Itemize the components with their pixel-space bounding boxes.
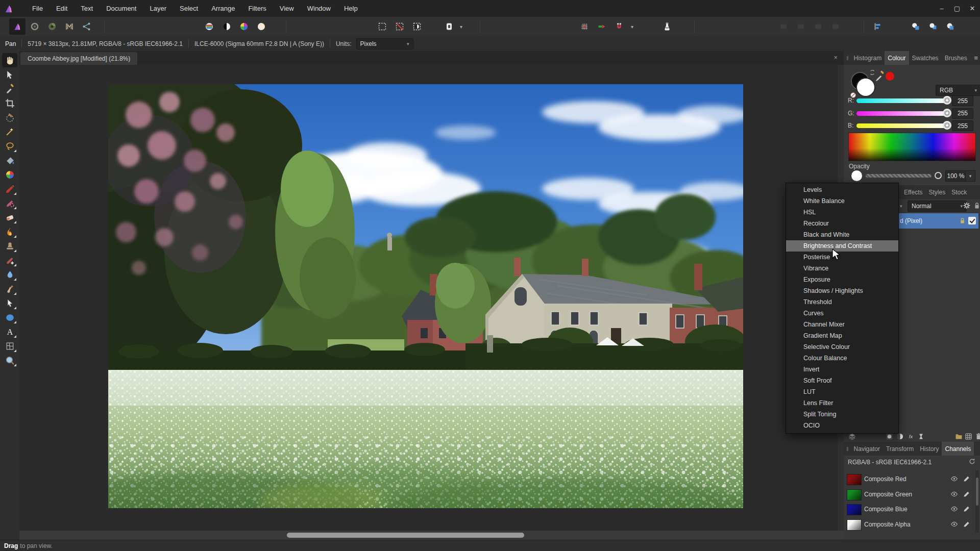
eye-icon[interactable] — [950, 520, 959, 529]
tool-pan[interactable] — [2, 53, 17, 67]
colour-picker-icon[interactable] — [874, 70, 886, 82]
eye-icon[interactable] — [950, 505, 959, 513]
menu-arrange[interactable]: Arrange — [205, 0, 241, 17]
snapping-dropdown-arrow[interactable]: ▾ — [631, 24, 633, 30]
arrange-c-button[interactable] — [942, 18, 959, 35]
document-tab[interactable]: Coombe Abbey.jpg [Modified] (21.8%) — [20, 52, 137, 65]
auto-colour-button[interactable] — [236, 18, 252, 35]
slider-knob[interactable] — [943, 121, 951, 130]
pencil-icon[interactable] — [962, 490, 971, 498]
menu-window[interactable]: Window — [301, 0, 337, 17]
menu-item-threshold[interactable]: Threshold — [786, 296, 898, 308]
opacity-slider-knob[interactable] — [935, 172, 942, 179]
menu-layer[interactable]: Layer — [143, 0, 173, 17]
tab-colour[interactable]: Colour — [885, 51, 909, 65]
slider-value[interactable]: 255 — [952, 108, 973, 119]
menu-item-ocio[interactable]: OCIO — [786, 420, 898, 431]
slider-value[interactable]: 255 — [952, 95, 973, 106]
tab-histogram[interactable]: Histogram — [851, 51, 885, 65]
align-button[interactable] — [870, 18, 886, 35]
tool-smudge[interactable] — [2, 282, 17, 296]
menu-item-exposure[interactable]: Exposure — [786, 274, 898, 285]
tool-move[interactable] — [2, 67, 17, 82]
tool-gradient[interactable] — [2, 167, 17, 182]
opacity-slider[interactable] — [866, 174, 932, 178]
channel-row-composite-blue[interactable]: Composite Blue — [844, 502, 976, 517]
slider-value[interactable]: 255 — [952, 120, 973, 131]
auto-levels-button[interactable] — [201, 18, 217, 35]
stock-pattern-button[interactable] — [964, 432, 973, 441]
arrange-b-button[interactable] — [925, 18, 941, 35]
tool-erase-brush[interactable] — [2, 210, 17, 224]
menu-edit[interactable]: Edit — [50, 0, 74, 17]
tab-channels[interactable]: Channels — [942, 442, 974, 456]
tool-flood-select[interactable] — [2, 124, 17, 139]
assistant-button[interactable] — [659, 18, 675, 35]
tool-blur[interactable] — [2, 267, 17, 282]
menu-item-shadows-highlights[interactable]: Shadows / Highlights — [786, 285, 898, 296]
blend-mode-select[interactable]: Normal ▾ — [908, 201, 967, 212]
opacity-value[interactable]: 100 % — [945, 170, 966, 182]
units-select[interactable]: Pixels ▾ — [356, 38, 413, 49]
tool-node[interactable] — [2, 296, 17, 310]
menu-filters[interactable]: Filters — [241, 0, 273, 17]
pixel-align-button[interactable] — [594, 18, 610, 35]
slider-knob[interactable] — [943, 109, 951, 117]
slider-knob[interactable] — [943, 96, 951, 105]
minimize-button[interactable]: – — [934, 0, 949, 17]
menu-item-hsl[interactable]: HSL — [786, 207, 898, 218]
panel-grip-icon[interactable]: ‖ — [846, 446, 849, 452]
channel-row-composite-alpha[interactable]: Composite Alpha — [844, 517, 976, 532]
channels-scrollbar[interactable] — [975, 470, 979, 533]
menu-item-split-toning[interactable]: Split Toning — [786, 409, 898, 420]
close-button[interactable]: ✕ — [965, 0, 980, 17]
opacity-swatch[interactable] — [851, 170, 862, 181]
quick-mask-button[interactable] — [441, 18, 457, 35]
panel-menu-icon[interactable]: ≡ — [974, 54, 978, 62]
ghost-button[interactable] — [793, 18, 809, 35]
slider-track[interactable] — [856, 98, 948, 103]
eye-icon[interactable] — [950, 474, 959, 483]
slider-track[interactable] — [856, 111, 948, 116]
quick-mask-dropdown-arrow[interactable]: ▾ — [460, 24, 462, 30]
tool-crop[interactable] — [2, 96, 17, 110]
reset-channels-icon[interactable] — [968, 457, 976, 466]
photo-button[interactable] — [9, 18, 26, 35]
menu-document[interactable]: Document — [100, 0, 143, 17]
fx-button[interactable]: fx — [906, 432, 915, 441]
auto-white-balance-button[interactable] — [253, 18, 270, 35]
horizontal-scrollbar[interactable] — [0, 531, 844, 540]
menu-item-levels[interactable]: Levels — [786, 184, 898, 195]
eye-icon[interactable] — [950, 490, 959, 498]
tool-healing-brush[interactable] — [2, 253, 17, 267]
pencil-icon[interactable] — [962, 520, 971, 529]
lock-icon[interactable] — [972, 201, 980, 210]
menu-item-lens-filter[interactable]: Lens Filter — [786, 397, 898, 409]
menu-item-white-balance[interactable]: White Balance — [786, 195, 898, 207]
trash-button[interactable] — [974, 432, 980, 441]
snapping-button[interactable] — [611, 18, 627, 35]
menu-item-curves[interactable]: Curves — [786, 308, 898, 319]
tool-colour-replacement-brush[interactable] — [2, 196, 17, 210]
menu-item-channel-mixer[interactable]: Channel Mixer — [786, 319, 898, 330]
channel-row-composite-red[interactable]: Composite Red — [844, 472, 976, 487]
tab-history[interactable]: History — [917, 442, 942, 456]
menu-item-invert[interactable]: Invert — [786, 364, 898, 375]
opacity-dropdown-arrow[interactable]: ▾ — [965, 170, 975, 182]
develop-button[interactable] — [44, 18, 60, 35]
arrange-a-button[interactable] — [908, 18, 924, 35]
menu-item-selective-colour[interactable]: Selective Colour — [786, 341, 898, 353]
menu-text[interactable]: Text — [74, 0, 100, 17]
pencil-icon[interactable] — [962, 505, 971, 513]
menu-item-soft-proof[interactable]: Soft Proof — [786, 375, 898, 386]
slider-track[interactable] — [856, 123, 948, 128]
tool-mesh-warp[interactable] — [2, 339, 17, 353]
ghost-button[interactable] — [827, 18, 844, 35]
layer-opacity-arrow[interactable]: ▾ — [900, 204, 902, 209]
selection-mode-button[interactable] — [409, 18, 425, 35]
panel-grip-icon[interactable]: ‖ — [846, 55, 849, 61]
tone-mapping-button[interactable] — [61, 18, 78, 35]
tool-flood-fill[interactable] — [2, 153, 17, 167]
tab-brushes[interactable]: Brushes — [942, 51, 970, 65]
tool-zoom[interactable] — [2, 353, 17, 367]
